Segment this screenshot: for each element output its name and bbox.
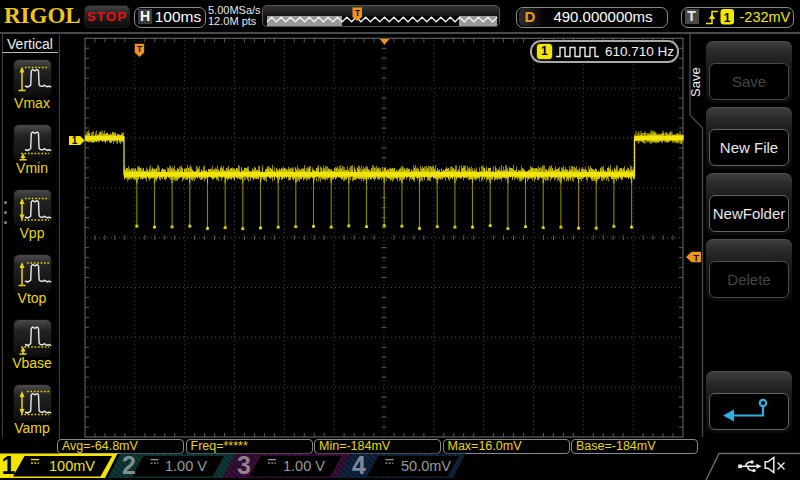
svg-text:T: T [137,44,143,54]
svg-text:1: 1 [723,10,730,24]
svg-text:T: T [355,8,361,18]
svg-text:1: 1 [72,135,78,146]
